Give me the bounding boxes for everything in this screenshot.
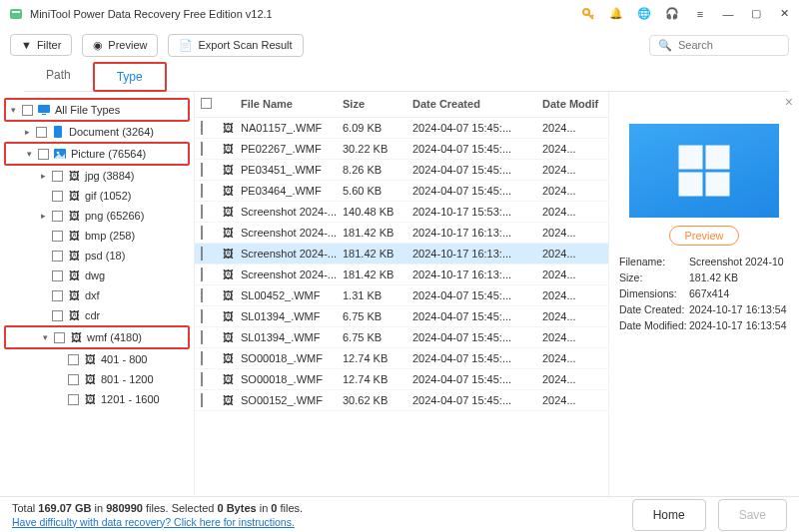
- chevron-right-icon[interactable]: ▸: [22, 127, 32, 137]
- checkbox[interactable]: [52, 290, 63, 301]
- menu-icon[interactable]: ≡: [693, 7, 707, 21]
- maximize-icon[interactable]: ▢: [749, 7, 763, 21]
- cell-modified: 2024...: [542, 310, 602, 322]
- export-button[interactable]: 📄Export Scan Result: [168, 34, 303, 57]
- checkbox[interactable]: [52, 171, 63, 182]
- file-icon: 🖼: [223, 394, 234, 406]
- save-button[interactable]: Save: [718, 499, 787, 531]
- file-row[interactable]: 🖼PE02267_.WMF30.22 KB2024-04-07 15:45:..…: [195, 139, 608, 160]
- file-row[interactable]: 🖼SO00152_.WMF30.62 KB2024-04-07 15:45:..…: [195, 390, 608, 411]
- headset-icon[interactable]: 🎧: [665, 7, 679, 21]
- tree-dwg[interactable]: 🖼dwg: [4, 266, 190, 285]
- file-icon: 🖼: [83, 392, 97, 406]
- globe-icon[interactable]: 🌐: [637, 7, 651, 21]
- checkbox[interactable]: [52, 231, 63, 242]
- tree-png[interactable]: ▸🖼png (65266): [4, 206, 190, 226]
- help-link[interactable]: Have difficulty with data recovery? Clic…: [12, 516, 303, 528]
- tree-range-3[interactable]: 🖼1201 - 1600: [4, 389, 190, 409]
- row-checkbox[interactable]: [201, 330, 203, 344]
- file-row[interactable]: 🖼Screenshot 2024-...181.42 KB2024-10-17 …: [195, 223, 608, 244]
- row-checkbox[interactable]: [201, 226, 203, 240]
- file-row[interactable]: 🖼SO00018_.WMF12.74 KB2024-04-07 15:45:..…: [195, 369, 608, 390]
- row-checkbox[interactable]: [201, 267, 203, 281]
- file-icon: 🖼: [223, 185, 234, 197]
- file-row[interactable]: 🖼SL00452_.WMF1.31 KB2024-04-07 15:45:...…: [195, 285, 608, 306]
- chevron-right-icon[interactable]: ▸: [38, 211, 48, 221]
- row-checkbox[interactable]: [201, 142, 203, 156]
- col-created[interactable]: Date Created: [412, 98, 542, 111]
- chevron-down-icon[interactable]: ▾: [40, 332, 50, 342]
- file-icon: 🖼: [67, 209, 81, 223]
- row-checkbox[interactable]: [201, 393, 203, 407]
- tree-psd[interactable]: 🖼psd (18): [4, 246, 190, 266]
- preview-detail-button[interactable]: Preview: [669, 226, 738, 246]
- tab-type[interactable]: Type: [93, 62, 167, 92]
- row-checkbox[interactable]: [201, 351, 203, 365]
- search-input[interactable]: [678, 39, 780, 51]
- checkbox[interactable]: [38, 149, 49, 160]
- tree-document[interactable]: ▸ Document (3264): [4, 122, 190, 142]
- cell-filename: SL01394_.WMF: [241, 331, 343, 343]
- file-row[interactable]: 🖼PE03451_.WMF8.26 KB2024-04-07 15:45:...…: [195, 160, 608, 181]
- close-detail-icon[interactable]: ×: [785, 94, 793, 110]
- row-checkbox[interactable]: [201, 163, 203, 177]
- cell-size: 181.42 KB: [343, 268, 412, 280]
- checkbox[interactable]: [52, 251, 63, 262]
- tab-path[interactable]: Path: [24, 62, 93, 91]
- file-row[interactable]: 🖼Screenshot 2024-...140.48 KB2024-10-17 …: [195, 202, 608, 223]
- tree-wmf[interactable]: ▾🖼wmf (4180): [4, 325, 190, 349]
- tree-all-file-types[interactable]: ▾ All File Types: [4, 98, 190, 122]
- detail-modified: 2024-10-17 16:13:54: [689, 319, 789, 331]
- checkbox[interactable]: [68, 394, 79, 405]
- chevron-down-icon[interactable]: ▾: [24, 149, 34, 159]
- tree-gif[interactable]: 🖼gif (1052): [4, 186, 190, 206]
- row-checkbox[interactable]: [201, 184, 203, 198]
- file-row[interactable]: 🖼Screenshot 2024-...181.42 KB2024-10-17 …: [195, 244, 608, 265]
- row-checkbox[interactable]: [201, 372, 203, 386]
- minimize-icon[interactable]: ―: [721, 7, 735, 21]
- search-box[interactable]: 🔍: [649, 35, 789, 56]
- tree-bmp[interactable]: 🖼bmp (258): [4, 226, 190, 246]
- checkbox[interactable]: [52, 270, 63, 281]
- home-button[interactable]: Home: [632, 499, 706, 531]
- checkbox[interactable]: [68, 374, 79, 385]
- row-checkbox[interactable]: [201, 121, 203, 135]
- checkbox[interactable]: [22, 105, 33, 116]
- close-icon[interactable]: ✕: [777, 7, 791, 21]
- file-row[interactable]: 🖼SO00018_.WMF12.74 KB2024-04-07 15:45:..…: [195, 348, 608, 369]
- tree-dxf[interactable]: 🖼dxf: [4, 285, 190, 305]
- checkbox[interactable]: [52, 191, 63, 202]
- file-row[interactable]: 🖼Screenshot 2024-...181.42 KB2024-10-17 …: [195, 265, 608, 285]
- col-modified[interactable]: Date Modif: [542, 98, 602, 111]
- preview-button[interactable]: ◉Preview: [82, 34, 158, 57]
- key-icon[interactable]: [581, 7, 595, 21]
- chevron-down-icon[interactable]: ▾: [8, 105, 18, 115]
- svg-rect-0: [10, 9, 22, 19]
- checkbox[interactable]: [36, 127, 47, 138]
- filter-button[interactable]: ▼Filter: [10, 34, 72, 56]
- file-row[interactable]: 🖼NA01157_.WMF6.09 KB2024-04-07 15:45:...…: [195, 118, 608, 139]
- row-checkbox[interactable]: [201, 288, 203, 302]
- cell-size: 30.62 KB: [343, 394, 412, 406]
- row-checkbox[interactable]: [201, 309, 203, 323]
- file-row[interactable]: 🖼PE03464_.WMF5.60 KB2024-04-07 15:45:...…: [195, 181, 608, 202]
- row-checkbox[interactable]: [201, 247, 203, 261]
- chevron-right-icon[interactable]: ▸: [38, 171, 48, 181]
- tree-picture[interactable]: ▾ Picture (76564): [4, 142, 190, 166]
- tree-jpg[interactable]: ▸🖼jpg (3884): [4, 166, 190, 186]
- tree-cdr[interactable]: 🖼cdr: [4, 305, 190, 325]
- tree-range-2[interactable]: 🖼801 - 1200: [4, 369, 190, 389]
- tree-range-1[interactable]: 🖼401 - 800: [4, 349, 190, 369]
- select-all-checkbox[interactable]: [201, 98, 212, 109]
- checkbox[interactable]: [52, 310, 63, 321]
- checkbox[interactable]: [52, 211, 63, 222]
- bell-icon[interactable]: 🔔: [609, 7, 623, 21]
- checkbox[interactable]: [54, 332, 65, 343]
- checkbox[interactable]: [68, 354, 79, 365]
- file-row[interactable]: 🖼SL01394_.WMF6.75 KB2024-04-07 15:45:...…: [195, 327, 608, 348]
- col-size[interactable]: Size: [343, 98, 412, 111]
- col-filename[interactable]: File Name: [241, 98, 343, 111]
- file-row[interactable]: 🖼SL01394_.WMF6.75 KB2024-04-07 15:45:...…: [195, 306, 608, 327]
- row-checkbox[interactable]: [201, 205, 203, 219]
- cell-size: 6.75 KB: [343, 310, 412, 322]
